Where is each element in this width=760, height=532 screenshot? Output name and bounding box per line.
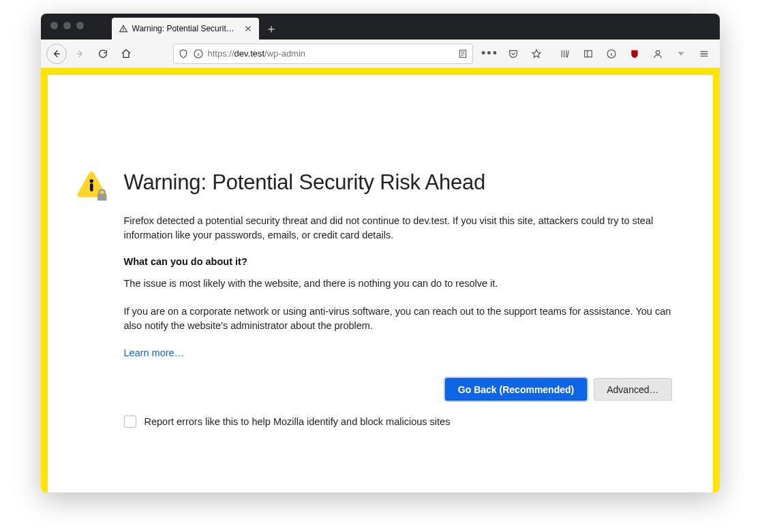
advanced-button[interactable]: Advanced… [594, 378, 671, 401]
browser-tab[interactable]: Warning: Potential Security Risk [112, 18, 259, 40]
forward-button [70, 44, 90, 64]
save-to-pocket-button[interactable] [503, 44, 523, 64]
bookmark-star-button[interactable] [526, 44, 547, 64]
ublock-icon[interactable] [624, 44, 645, 64]
site-info-icon[interactable] [193, 48, 204, 59]
error-page: Warning: Potential Security Risk Ahead F… [48, 75, 713, 492]
reader-mode-icon[interactable] [457, 48, 468, 59]
tab-strip: Warning: Potential Security Risk ＋ [112, 18, 281, 40]
report-row: Report errors like this to help Mozilla … [124, 416, 672, 428]
back-button[interactable] [46, 44, 67, 64]
library-button[interactable] [555, 44, 575, 64]
content-frame: Warning: Potential Security Risk Ahead F… [41, 68, 720, 492]
app-menu-button[interactable] [694, 44, 714, 64]
minimize-window-button[interactable] [63, 22, 71, 29]
learn-more-link[interactable]: Learn more… [124, 347, 185, 358]
advice-text-1: The issue is most likely with the websit… [124, 277, 672, 291]
svg-point-5 [89, 179, 93, 183]
advice-text-2: If you are on a corporate network or usi… [124, 304, 672, 333]
titlebar: Warning: Potential Security Risk ＋ [41, 14, 720, 40]
sidebar-toggle-button[interactable] [578, 44, 598, 64]
account-button[interactable] [648, 44, 668, 64]
new-tab-button[interactable]: ＋ [262, 19, 281, 38]
url-bar[interactable]: https://dev.test/wp-admin [173, 44, 473, 64]
page-title: Warning: Potential Security Risk Ahead [124, 170, 672, 195]
svg-point-4 [656, 50, 659, 54]
svg-rect-2 [584, 50, 592, 57]
page-actions-button[interactable]: ••• [480, 44, 500, 64]
tracking-protection-icon[interactable] [178, 48, 189, 59]
url-text: https://dev.test/wp-admin [208, 48, 453, 59]
warning-lock-icon [75, 172, 110, 206]
subheading: What can you do about it? [124, 256, 672, 267]
downloads-chevron-icon[interactable] [671, 44, 691, 64]
toolbar: https://dev.test/wp-admin ••• [41, 40, 720, 68]
warning-triangle-icon [119, 24, 128, 33]
window-controls [50, 22, 84, 29]
zoom-window-button[interactable] [76, 22, 84, 29]
tab-title: Warning: Potential Security Risk [132, 24, 239, 33]
button-row: Go Back (Recommended) Advanced… [124, 378, 672, 401]
reload-button[interactable] [93, 44, 113, 64]
close-tab-button[interactable] [243, 23, 254, 34]
report-checkbox[interactable] [124, 416, 136, 428]
svg-rect-6 [89, 183, 93, 191]
warning-description: Firefox detected a potential security th… [124, 214, 672, 242]
svg-rect-7 [97, 193, 106, 200]
home-button[interactable] [116, 44, 136, 64]
go-back-button[interactable]: Go Back (Recommended) [445, 378, 587, 401]
extension-info-icon[interactable] [601, 44, 622, 64]
report-label: Report errors like this to help Mozilla … [145, 416, 451, 427]
close-window-button[interactable] [50, 22, 58, 29]
browser-window: Warning: Potential Security Risk ＋ [41, 14, 720, 492]
